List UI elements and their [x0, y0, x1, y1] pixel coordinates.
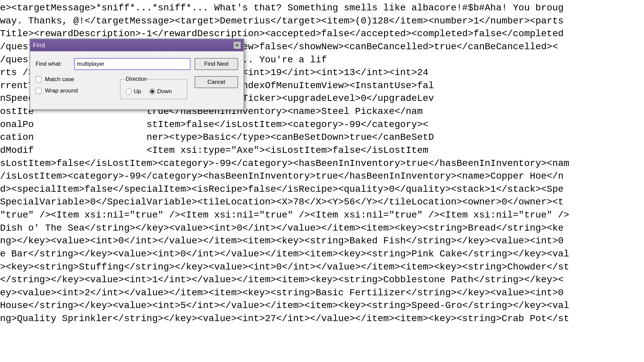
find-dialog: Find ✕ Find what: Find Next Match case W… [30, 39, 244, 110]
dialog-titlebar: Find ✕ [30, 39, 244, 51]
direction-up-label[interactable]: Up [126, 88, 141, 95]
find-what-row: Find what: Find Next [36, 58, 238, 70]
find-what-input[interactable] [74, 58, 191, 70]
wrap-around-text: Wrap around [45, 87, 78, 94]
find-next-button[interactable]: Find Next [195, 58, 238, 70]
wrap-around-label[interactable]: Wrap around [36, 87, 120, 94]
wrap-around-checkbox[interactable] [36, 88, 42, 94]
direction-down-text: Down [157, 88, 172, 95]
close-button[interactable]: ✕ [233, 42, 241, 49]
direction-group: Direction Up Down [120, 76, 187, 99]
dialog-title: Find [33, 42, 45, 49]
direction-up-text: Up [134, 88, 141, 95]
dialog-body: Find what: Find Next Match case Wrap aro… [30, 51, 244, 109]
direction-down-radio[interactable] [149, 88, 155, 95]
direction-down-label[interactable]: Down [149, 88, 172, 95]
direction-up-radio[interactable] [126, 88, 132, 95]
checkboxes-col: Match case Wrap around [36, 76, 120, 94]
match-case-checkbox[interactable] [36, 76, 42, 82]
match-case-label[interactable]: Match case [36, 76, 120, 83]
match-case-text: Match case [45, 76, 74, 83]
direction-label: Direction [126, 76, 147, 82]
middle-row: Match case Wrap around Direction Up [36, 76, 238, 99]
find-what-label: Find what: [36, 61, 74, 67]
cancel-button[interactable]: Cancel [195, 76, 238, 88]
direction-radios: Up Down [126, 88, 180, 95]
